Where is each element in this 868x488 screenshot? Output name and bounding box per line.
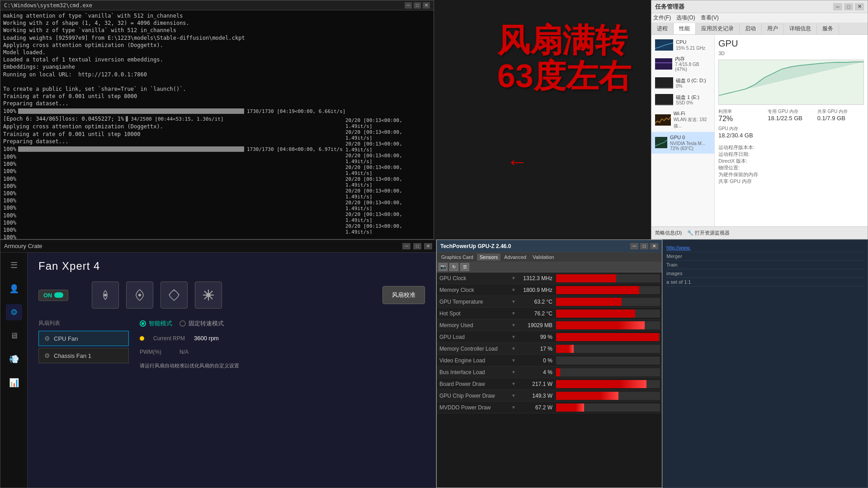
pwm-label: PWM(%) xyxy=(140,349,161,355)
sidebar-item-disk0[interactable]: 磁盘 0 (C: D:) 0% xyxy=(651,75,714,91)
tm-menu-file[interactable]: 文件(F) xyxy=(653,14,671,22)
tm-maximize[interactable]: □ xyxy=(844,3,853,10)
gpuz-tool-refresh[interactable]: ↻ xyxy=(449,263,458,271)
cmd-line xyxy=(3,78,431,85)
fan-name-chassis: Chassis Fan 1 xyxy=(54,352,91,359)
gpuz-dropdown-2[interactable]: ▼ xyxy=(509,299,518,304)
gpuz-dropdown-9[interactable]: ▼ xyxy=(509,381,518,386)
ac-mode-btn-3[interactable] xyxy=(160,282,188,309)
ac-titlebar: Armoury Crate ─ □ ✕ xyxy=(0,240,436,253)
right-log-panel: 20/20 [00:13<00:00, 1.49it/s] 20/20 [00:… xyxy=(344,117,432,234)
cmd-line: Working with z of type `vanilla` with 51… xyxy=(3,27,431,34)
gpuz-tab-validation[interactable]: Validation xyxy=(530,253,557,261)
tm-close[interactable]: ✕ xyxy=(855,3,864,10)
cmd-line: Model loaded. xyxy=(3,49,431,56)
gpuz-value-10: 149.3 W xyxy=(518,393,554,399)
gpuz-dropdown-8[interactable]: ▼ xyxy=(509,370,518,375)
ac-close[interactable]: ✕ xyxy=(424,243,432,249)
gpuz-restore[interactable]: □ xyxy=(640,243,648,249)
tab-services[interactable]: 服务 xyxy=(817,23,839,34)
sidebar-item-cpu[interactable]: CPU 15% 5.21 GHz xyxy=(651,37,714,53)
gpuz-label-7: Video Engine Load xyxy=(437,357,509,364)
gpuz-tab-graphics[interactable]: Graphics Card xyxy=(439,253,476,261)
gpuz-dropdown-6[interactable]: ▼ xyxy=(509,346,518,351)
ac-minimize[interactable]: ─ xyxy=(402,243,410,249)
dedicated-label: 专用 GPU 内存 xyxy=(768,108,814,115)
gpuz-dropdown-0[interactable]: ▼ xyxy=(509,276,518,281)
fan-list-title: 风扇列表 xyxy=(38,319,129,327)
tm-open-monitor[interactable]: 🔧 打开资源监视器 xyxy=(687,230,730,236)
sidebar-item-disk1[interactable]: 磁盘 1 (E:) SSD 0% xyxy=(651,91,714,108)
ac-auto-calibrate-info: 请运行风扇自动校准以优化风扇的自定义设置 xyxy=(140,362,425,369)
sidebar-item-memory[interactable]: 内存 7.4/15.8 GB (47%) xyxy=(651,53,714,75)
tm-menu-options[interactable]: 选项(O) xyxy=(676,14,695,22)
cmd-titlebar: C:\Windows\system32\cmd.exe ─ □ ✕ xyxy=(0,0,434,10)
gpuz-bar-fill-5 xyxy=(556,333,659,341)
gpuz-dropdown-5[interactable]: ▼ xyxy=(509,334,518,339)
gpuz-label-5: GPU Load xyxy=(437,334,509,340)
sidebar-icon-settings[interactable]: ⚙ xyxy=(6,304,22,320)
tab-users[interactable]: 用户 xyxy=(762,23,784,34)
gpu-extra-info: 运动程序版本本: 运动程序日期: DirectX 版本: 物理位置: 为硬件保留… xyxy=(718,144,864,185)
gpuz-dropdown-11[interactable]: ▼ xyxy=(509,405,518,410)
tab-app-history[interactable]: 应用历史记录 xyxy=(696,23,740,34)
tab-processes[interactable]: 进程 xyxy=(651,23,674,34)
gpuz-label-6: Memory Controller Load xyxy=(437,346,509,352)
gpuz-tab-advanced[interactable]: Advanced xyxy=(501,253,529,261)
disk0-mini-graph xyxy=(655,77,673,89)
tm-title: 任务管理器 xyxy=(655,3,684,11)
fan-item-cpu[interactable]: ⚙ CPU Fan xyxy=(38,331,129,346)
sidebar-icon-profile[interactable]: 📊 xyxy=(6,375,22,391)
gpuz-dropdown-1[interactable]: ▼ xyxy=(509,287,518,292)
ac-maximize[interactable]: □ xyxy=(413,243,421,249)
gpu-mini-graph xyxy=(655,137,667,148)
tm-minimize[interactable]: ─ xyxy=(833,3,842,10)
gpuz-toolbar: 📷 ↻ ☰ xyxy=(437,262,662,272)
gpuz-bar-fill-0 xyxy=(556,274,616,282)
ac-calibrate-button[interactable]: 风扇校准 xyxy=(382,286,425,304)
gpuz-label-8: Bus Interface Load xyxy=(437,369,509,375)
disk1-label: 磁盘 1 (E:) xyxy=(676,94,699,100)
sidebar-icon-fan[interactable]: 💨 xyxy=(6,351,22,367)
ac-controls: ─ □ ✕ xyxy=(402,243,432,249)
gpuz-tab-sensors[interactable]: Sensors xyxy=(477,253,500,261)
ac-fan-list-area: 风扇列表 ⚙ CPU Fan ⚙ Chassis Fan 1 智能模式 xyxy=(38,319,425,369)
tm-summary-link[interactable]: 简略信息(D) xyxy=(655,230,682,236)
gpuz-close[interactable]: ✕ xyxy=(650,243,658,249)
gpuz-bar-3 xyxy=(556,310,660,318)
gpuz-dropdown-4[interactable]: ▼ xyxy=(509,323,518,328)
ac-mode-btn-2[interactable] xyxy=(126,282,153,309)
tab-performance[interactable]: 性能 xyxy=(674,23,696,34)
ac-mode-btn-4[interactable] xyxy=(195,282,222,309)
tm-menu-view[interactable]: 查看(V) xyxy=(701,14,719,22)
gpuz-dropdown-10[interactable]: ▼ xyxy=(509,393,518,398)
cmd-minimize[interactable]: ─ xyxy=(405,2,412,9)
ac-toggle-btn[interactable]: ON xyxy=(38,290,68,301)
fan-item-chassis[interactable]: ⚙ Chassis Fan 1 xyxy=(38,348,129,363)
svg-point-1 xyxy=(138,294,141,296)
sidebar-icon-user[interactable]: 👤 xyxy=(6,281,22,297)
gpuz-minimize[interactable]: ─ xyxy=(630,243,638,249)
url-link[interactable]: http://www. xyxy=(666,245,691,250)
gpuz-dropdown-3[interactable]: ▼ xyxy=(509,311,518,316)
cmd-maximize[interactable]: □ xyxy=(414,2,421,9)
tab-details[interactable]: 详细信息 xyxy=(784,23,817,34)
cmd-line: Working with z of shape (1, 4, 32, 32) =… xyxy=(3,19,431,27)
ac-mode-fixed[interactable]: 固定转速模式 xyxy=(179,319,224,328)
gpuz-value-4: 19029 MB xyxy=(518,322,554,328)
cpu-info: CPU 15% 5.21 GHz xyxy=(676,39,705,50)
gpuz-tool-menu[interactable]: ☰ xyxy=(460,263,469,271)
gpuz-tool-camera[interactable]: 📷 xyxy=(439,263,448,271)
sidebar-icon-home[interactable]: ☰ xyxy=(6,257,22,273)
cmd-line: Loaded a total of 1 textual inversion em… xyxy=(3,56,431,63)
sidebar-item-wifi[interactable]: Wi-Fi WLAN 发送: 192 接... xyxy=(651,108,714,132)
cmd-close[interactable]: ✕ xyxy=(423,2,430,9)
gpuz-dropdown-7[interactable]: ▼ xyxy=(509,358,518,363)
gpuz-bar-11 xyxy=(556,404,660,412)
right-panel: http://www. Merger Train images a set of… xyxy=(662,239,868,488)
sidebar-icon-monitor[interactable]: 🖥 xyxy=(6,328,22,344)
sidebar-item-gpu[interactable]: GPU 0 NVIDIA Tesla M... 72% (63°C) xyxy=(651,132,714,153)
tab-startup[interactable]: 启动 xyxy=(740,23,762,34)
ac-mode-btn-1[interactable] xyxy=(92,282,119,309)
ac-mode-smart[interactable]: 智能模式 xyxy=(140,319,172,328)
